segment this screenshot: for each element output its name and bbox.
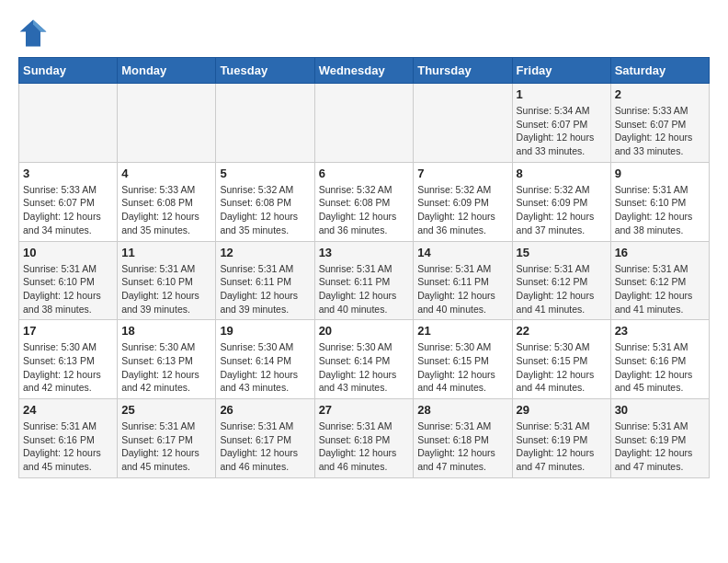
calendar-day-cell: 26Sunrise: 5:31 AM Sunset: 6:17 PM Dayli… bbox=[216, 399, 314, 478]
day-info: Sunrise: 5:31 AM Sunset: 6:10 PM Dayligh… bbox=[23, 262, 113, 316]
day-number: 13 bbox=[319, 246, 410, 259]
day-number: 28 bbox=[417, 403, 507, 417]
day-info: Sunrise: 5:31 AM Sunset: 6:12 PM Dayligh… bbox=[615, 262, 705, 316]
weekday-header: Thursday bbox=[414, 58, 512, 84]
day-info: Sunrise: 5:31 AM Sunset: 6:11 PM Dayligh… bbox=[319, 262, 410, 316]
calendar-day-cell: 19Sunrise: 5:30 AM Sunset: 6:14 PM Dayli… bbox=[216, 320, 314, 399]
calendar-day-cell bbox=[19, 84, 118, 163]
calendar-day-cell: 28Sunrise: 5:31 AM Sunset: 6:18 PM Dayli… bbox=[414, 399, 512, 478]
day-number: 30 bbox=[615, 403, 705, 417]
day-number: 16 bbox=[615, 246, 705, 259]
day-info: Sunrise: 5:33 AM Sunset: 6:08 PM Dayligh… bbox=[121, 183, 211, 237]
calendar-day-cell bbox=[216, 84, 314, 163]
day-info: Sunrise: 5:33 AM Sunset: 6:07 PM Dayligh… bbox=[23, 183, 113, 237]
day-info: Sunrise: 5:31 AM Sunset: 6:18 PM Dayligh… bbox=[417, 419, 507, 474]
day-number: 19 bbox=[220, 324, 310, 338]
calendar-day-cell: 29Sunrise: 5:31 AM Sunset: 6:19 PM Dayli… bbox=[512, 399, 610, 478]
page-header bbox=[18, 18, 710, 48]
day-info: Sunrise: 5:30 AM Sunset: 6:15 PM Dayligh… bbox=[417, 340, 507, 395]
day-number: 24 bbox=[23, 403, 113, 417]
calendar-day-cell: 22Sunrise: 5:30 AM Sunset: 6:15 PM Dayli… bbox=[512, 320, 610, 399]
calendar-day-cell bbox=[314, 84, 414, 163]
day-info: Sunrise: 5:33 AM Sunset: 6:07 PM Dayligh… bbox=[615, 104, 705, 158]
calendar-week-row: 17Sunrise: 5:30 AM Sunset: 6:13 PM Dayli… bbox=[19, 320, 710, 399]
day-info: Sunrise: 5:32 AM Sunset: 6:09 PM Dayligh… bbox=[517, 183, 607, 237]
day-number: 8 bbox=[517, 167, 607, 180]
day-info: Sunrise: 5:32 AM Sunset: 6:08 PM Dayligh… bbox=[220, 183, 310, 237]
day-info: Sunrise: 5:31 AM Sunset: 6:11 PM Dayligh… bbox=[220, 262, 310, 316]
calendar-day-cell: 30Sunrise: 5:31 AM Sunset: 6:19 PM Dayli… bbox=[610, 399, 709, 478]
calendar-day-cell: 18Sunrise: 5:30 AM Sunset: 6:13 PM Dayli… bbox=[118, 320, 216, 399]
day-number: 25 bbox=[121, 403, 211, 417]
day-info: Sunrise: 5:31 AM Sunset: 6:10 PM Dayligh… bbox=[121, 262, 211, 316]
day-info: Sunrise: 5:32 AM Sunset: 6:09 PM Dayligh… bbox=[417, 183, 507, 237]
weekday-header: Saturday bbox=[610, 58, 709, 84]
calendar-day-cell: 10Sunrise: 5:31 AM Sunset: 6:10 PM Dayli… bbox=[19, 241, 118, 320]
day-info: Sunrise: 5:31 AM Sunset: 6:19 PM Dayligh… bbox=[517, 419, 607, 474]
calendar-day-cell: 24Sunrise: 5:31 AM Sunset: 6:16 PM Dayli… bbox=[19, 399, 118, 478]
calendar-day-cell: 17Sunrise: 5:30 AM Sunset: 6:13 PM Dayli… bbox=[19, 320, 118, 399]
day-info: Sunrise: 5:30 AM Sunset: 6:14 PM Dayligh… bbox=[319, 340, 410, 395]
calendar-week-row: 10Sunrise: 5:31 AM Sunset: 6:10 PM Dayli… bbox=[19, 241, 710, 320]
day-info: Sunrise: 5:31 AM Sunset: 6:10 PM Dayligh… bbox=[615, 183, 705, 237]
day-info: Sunrise: 5:31 AM Sunset: 6:17 PM Dayligh… bbox=[121, 419, 211, 474]
day-info: Sunrise: 5:31 AM Sunset: 6:16 PM Dayligh… bbox=[23, 419, 113, 474]
day-number: 3 bbox=[23, 167, 113, 180]
day-number: 7 bbox=[417, 167, 507, 180]
weekday-header: Wednesday bbox=[314, 58, 414, 84]
day-info: Sunrise: 5:31 AM Sunset: 6:18 PM Dayligh… bbox=[319, 419, 410, 474]
weekday-header: Tuesday bbox=[216, 58, 314, 84]
calendar-week-row: 24Sunrise: 5:31 AM Sunset: 6:16 PM Dayli… bbox=[19, 399, 710, 478]
calendar-day-cell: 2Sunrise: 5:33 AM Sunset: 6:07 PM Daylig… bbox=[610, 84, 709, 163]
day-info: Sunrise: 5:30 AM Sunset: 6:14 PM Dayligh… bbox=[220, 340, 310, 395]
calendar-day-cell: 9Sunrise: 5:31 AM Sunset: 6:10 PM Daylig… bbox=[610, 162, 709, 241]
day-number: 12 bbox=[220, 246, 310, 259]
day-number: 9 bbox=[615, 167, 705, 180]
day-number: 29 bbox=[517, 403, 607, 417]
calendar-day-cell: 12Sunrise: 5:31 AM Sunset: 6:11 PM Dayli… bbox=[216, 241, 314, 320]
day-info: Sunrise: 5:31 AM Sunset: 6:16 PM Dayligh… bbox=[615, 340, 705, 395]
day-number: 17 bbox=[23, 324, 113, 338]
day-info: Sunrise: 5:34 AM Sunset: 6:07 PM Dayligh… bbox=[517, 104, 607, 158]
day-info: Sunrise: 5:31 AM Sunset: 6:12 PM Dayligh… bbox=[517, 262, 607, 316]
calendar-week-row: 1Sunrise: 5:34 AM Sunset: 6:07 PM Daylig… bbox=[19, 84, 710, 163]
day-number: 21 bbox=[417, 324, 507, 338]
calendar-day-cell bbox=[118, 84, 216, 163]
day-number: 1 bbox=[517, 87, 607, 101]
logo bbox=[18, 18, 51, 48]
day-number: 27 bbox=[319, 403, 410, 417]
day-info: Sunrise: 5:31 AM Sunset: 6:19 PM Dayligh… bbox=[615, 419, 705, 474]
calendar-day-cell: 11Sunrise: 5:31 AM Sunset: 6:10 PM Dayli… bbox=[118, 241, 216, 320]
calendar-day-cell: 6Sunrise: 5:32 AM Sunset: 6:08 PM Daylig… bbox=[314, 162, 414, 241]
calendar-day-cell: 14Sunrise: 5:31 AM Sunset: 6:11 PM Dayli… bbox=[414, 241, 512, 320]
day-number: 14 bbox=[417, 246, 507, 259]
calendar-day-cell: 7Sunrise: 5:32 AM Sunset: 6:09 PM Daylig… bbox=[414, 162, 512, 241]
calendar-day-cell: 3Sunrise: 5:33 AM Sunset: 6:07 PM Daylig… bbox=[19, 162, 118, 241]
day-number: 23 bbox=[615, 324, 705, 338]
day-info: Sunrise: 5:30 AM Sunset: 6:13 PM Dayligh… bbox=[23, 340, 113, 395]
day-number: 20 bbox=[319, 324, 410, 338]
calendar-day-cell: 25Sunrise: 5:31 AM Sunset: 6:17 PM Dayli… bbox=[118, 399, 216, 478]
day-number: 15 bbox=[517, 246, 607, 259]
calendar-day-cell: 15Sunrise: 5:31 AM Sunset: 6:12 PM Dayli… bbox=[512, 241, 610, 320]
day-info: Sunrise: 5:31 AM Sunset: 6:11 PM Dayligh… bbox=[417, 262, 507, 316]
calendar-week-row: 3Sunrise: 5:33 AM Sunset: 6:07 PM Daylig… bbox=[19, 162, 710, 241]
weekday-header: Friday bbox=[512, 58, 610, 84]
calendar-day-cell: 23Sunrise: 5:31 AM Sunset: 6:16 PM Dayli… bbox=[610, 320, 709, 399]
calendar-header-row: SundayMondayTuesdayWednesdayThursdayFrid… bbox=[19, 58, 710, 84]
day-number: 4 bbox=[121, 167, 211, 180]
day-number: 6 bbox=[319, 167, 410, 180]
weekday-header: Sunday bbox=[19, 58, 118, 84]
calendar-day-cell: 5Sunrise: 5:32 AM Sunset: 6:08 PM Daylig… bbox=[216, 162, 314, 241]
calendar-day-cell: 1Sunrise: 5:34 AM Sunset: 6:07 PM Daylig… bbox=[512, 84, 610, 163]
day-number: 10 bbox=[23, 246, 113, 259]
logo-icon bbox=[18, 18, 48, 48]
calendar-table: SundayMondayTuesdayWednesdayThursdayFrid… bbox=[18, 57, 710, 478]
day-number: 11 bbox=[121, 246, 211, 259]
day-info: Sunrise: 5:31 AM Sunset: 6:17 PM Dayligh… bbox=[220, 419, 310, 474]
calendar-day-cell: 8Sunrise: 5:32 AM Sunset: 6:09 PM Daylig… bbox=[512, 162, 610, 241]
day-number: 18 bbox=[121, 324, 211, 338]
day-number: 22 bbox=[517, 324, 607, 338]
calendar-day-cell: 20Sunrise: 5:30 AM Sunset: 6:14 PM Dayli… bbox=[314, 320, 414, 399]
calendar-day-cell: 4Sunrise: 5:33 AM Sunset: 6:08 PM Daylig… bbox=[118, 162, 216, 241]
